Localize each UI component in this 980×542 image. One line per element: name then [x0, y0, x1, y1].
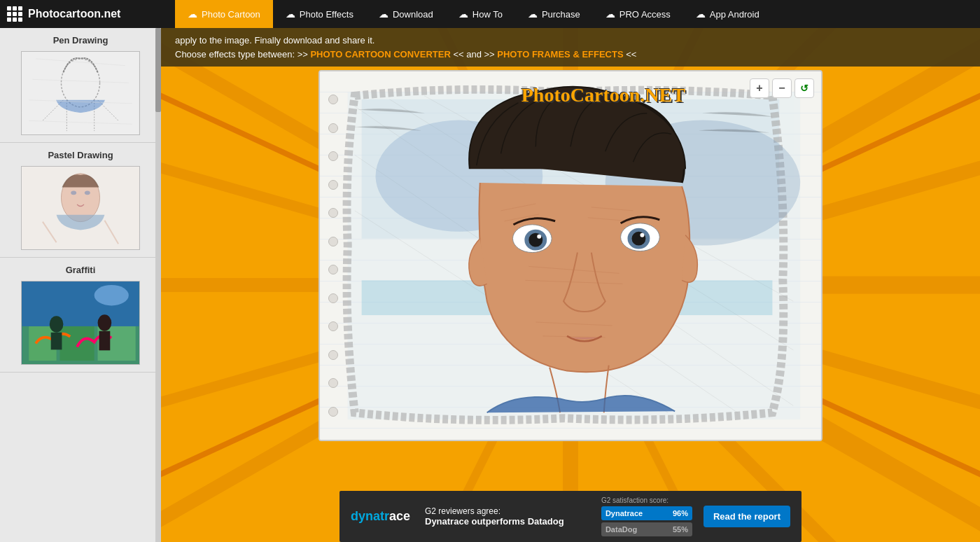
tab-app-android-label: App Android — [710, 9, 760, 20]
link-photo-cartoon-converter[interactable]: PHOTO CARTOON CONVERTER — [310, 49, 450, 60]
app-android-icon: ☁ — [696, 8, 706, 20]
watermark: PhotoCartoon.NET — [522, 84, 685, 106]
hole-6 — [328, 237, 338, 246]
tab-photo-effects-label: Photo Effects — [300, 9, 354, 20]
sidebar-scrollbar[interactable] — [155, 28, 161, 542]
read-report-button[interactable]: Read the report — [704, 506, 790, 527]
svg-point-70 — [537, 235, 541, 239]
tab-download-label: Download — [393, 9, 433, 20]
nav-tabs: ☁ Photo Cartoon ☁ Photo Effects ☁ Downlo… — [175, 0, 772, 28]
hole-10 — [328, 350, 338, 360]
pen-drawing-title: Pen Drawing — [10, 35, 150, 46]
hole-7 — [328, 265, 338, 275]
datadog-score-label: DataDog — [606, 525, 637, 534]
ad-text: G2 reviewers agree: Dynatrace outperform… — [425, 506, 590, 527]
datadog-score-value: 55% — [673, 525, 688, 534]
logo-text: Photocartoon.net — [28, 8, 120, 20]
how-to-icon: ☁ — [458, 8, 468, 20]
dynatrace-score-bar: Dynatrace 96% — [601, 506, 692, 520]
info-text1: apply to the image. Finally download and… — [175, 34, 966, 48]
pastel-drawing-title: Pastel Drawing — [10, 150, 150, 160]
tab-pro-access-label: PRO Access — [620, 9, 671, 20]
zoom-reset-button[interactable]: ↺ — [794, 78, 814, 98]
hole-2 — [328, 123, 338, 133]
hole-11 — [328, 378, 338, 388]
svg-rect-24 — [51, 333, 62, 350]
content-area: apply to the image. Finally download and… — [161, 28, 980, 542]
zoom-in-button[interactable]: + — [750, 78, 769, 98]
logo-area[interactable]: Photocartoon.net — [7, 6, 161, 22]
info-banner: apply to the image. Finally download and… — [161, 28, 980, 67]
sidebar-item-pastel-drawing[interactable]: Pastel Drawing — [0, 143, 161, 258]
graffiti-title: Graffiti — [10, 265, 150, 275]
hole-8 — [328, 293, 338, 303]
dynatrace-score-value: 96% — [673, 509, 688, 517]
sidebar-scrollbar-thumb[interactable] — [155, 28, 161, 112]
tab-photo-cartoon-label: Photo Cartoon — [202, 9, 260, 20]
sidebar-item-graffiti[interactable]: Graffiti — [0, 258, 161, 373]
hole-12 — [328, 407, 338, 417]
photo-cartoon-icon: ☁ — [188, 8, 197, 20]
pen-drawing-preview[interactable] — [21, 51, 140, 135]
hole-5 — [328, 208, 338, 218]
header: Photocartoon.net ☁ Photo Cartoon ☁ Photo… — [0, 0, 980, 28]
main-layout: Pen Drawing — [0, 28, 980, 542]
datadog-score-bar: DataDog 55% — [601, 522, 692, 536]
hole-4 — [328, 180, 338, 190]
canvas-container: PhotoCartoon.NET + − ↺ — [318, 70, 822, 441]
pastel-drawing-preview[interactable] — [21, 166, 140, 250]
hole-9 — [328, 321, 338, 331]
tab-pro-access[interactable]: ☁ PRO Access — [593, 0, 683, 28]
tab-purchase[interactable]: ☁ Purchase — [515, 0, 593, 28]
link-photo-frames[interactable]: PHOTO FRAMES & EFFECTS — [497, 49, 623, 60]
purchase-icon: ☁ — [528, 8, 538, 20]
info-end: << — [624, 49, 637, 60]
logo-icon — [7, 6, 22, 22]
zoom-controls: + − ↺ — [750, 78, 814, 98]
ad-score-label: G2 satisfaction score: — [601, 496, 692, 504]
canvas-inner: PhotoCartoon.NET + − ↺ — [320, 71, 821, 440]
graffiti-preview[interactable] — [21, 281, 140, 365]
hole-1 — [328, 95, 338, 104]
tab-photo-cartoon[interactable]: ☁ Photo Cartoon — [175, 0, 273, 28]
download-icon: ☁ — [379, 8, 388, 20]
svg-rect-0 — [22, 52, 139, 134]
tab-how-to[interactable]: ☁ How To — [446, 0, 515, 28]
info-choose-text: Choose effects type between: >> — [175, 49, 310, 60]
svg-point-13 — [85, 190, 90, 195]
svg-point-23 — [50, 316, 64, 333]
tab-app-android[interactable]: ☁ App Android — [683, 0, 772, 28]
svg-point-74 — [640, 233, 644, 237]
tab-how-to-label: How To — [472, 9, 503, 20]
svg-point-25 — [98, 314, 112, 331]
info-text2: Choose effects type between: >> PHOTO CA… — [175, 48, 966, 62]
sidebar: Pen Drawing — [0, 28, 161, 542]
sidebar-item-pen-drawing[interactable]: Pen Drawing — [0, 28, 161, 143]
info-between: << and >> — [451, 49, 498, 60]
svg-rect-26 — [99, 331, 111, 351]
ad-banner: dynatrace G2 reviewers agree: Dynatrace … — [340, 491, 802, 542]
zoom-out-button[interactable]: − — [772, 78, 792, 98]
svg-point-12 — [71, 190, 76, 195]
ad-main-text: Dynatrace outperforms Datadog — [425, 516, 590, 527]
dynatrace-logo: dynatrace — [351, 509, 414, 524]
tab-photo-effects[interactable]: ☁ Photo Effects — [273, 0, 366, 28]
ad-scores: G2 satisfaction score: Dynatrace 96% Dat… — [601, 496, 692, 536]
photo-effects-icon: ☁ — [286, 8, 295, 20]
ad-reviewer-text: G2 reviewers agree: — [425, 506, 590, 516]
svg-point-22 — [94, 285, 129, 306]
tab-download[interactable]: ☁ Download — [366, 0, 446, 28]
person-sketch — [320, 71, 821, 440]
dynatrace-score-label: Dynatrace — [606, 509, 643, 517]
hole-3 — [328, 151, 338, 161]
tab-purchase-label: Purchase — [542, 9, 580, 20]
notebook-holes — [328, 71, 338, 440]
pro-access-icon: ☁ — [606, 8, 615, 20]
